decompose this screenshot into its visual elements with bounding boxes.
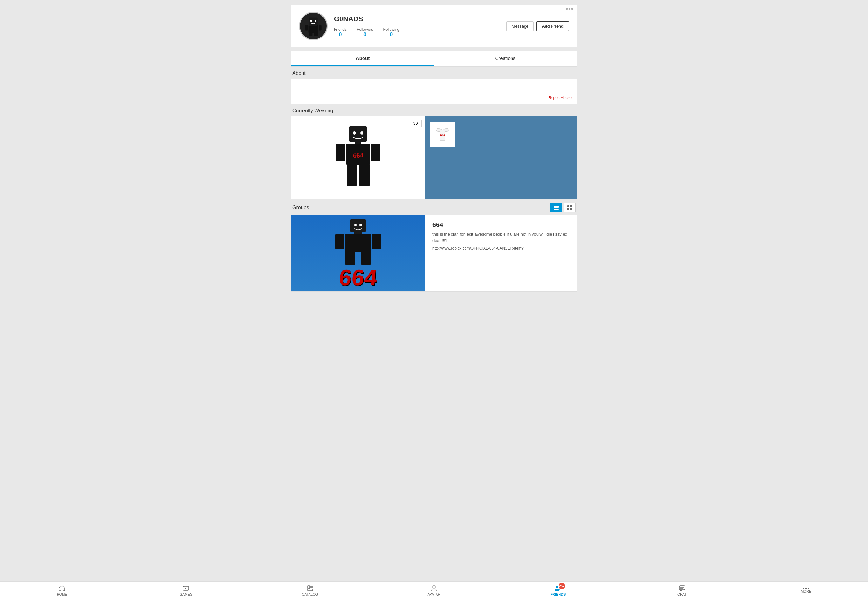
svg-rect-26 <box>350 219 366 232</box>
svg-point-9 <box>353 131 356 135</box>
message-button[interactable]: Message <box>506 21 534 31</box>
catalog-label: CATALOG <box>302 592 318 596</box>
svg-rect-30 <box>345 234 371 252</box>
item-tshirt[interactable]: 664 <box>430 122 455 147</box>
tabs-container: About Creations <box>291 51 577 67</box>
svg-point-43 <box>556 585 558 588</box>
followers-stat[interactable]: Followers 0 <box>357 27 373 38</box>
nav-friends[interactable]: 257 FRIENDS <box>496 581 620 599</box>
tab-creations[interactable]: Creations <box>434 51 577 66</box>
profile-tabs: About Creations <box>291 51 577 66</box>
nav-home[interactable]: HOME <box>0 581 124 599</box>
group-image[interactable]: 664 <box>291 215 425 291</box>
nav-more[interactable]: MORE <box>744 581 868 599</box>
currently-wearing-section: Currently Wearing 3D 664 <box>291 108 577 199</box>
svg-rect-14 <box>336 144 345 161</box>
following-value: 0 <box>383 32 399 38</box>
avatar-label: AVATAR <box>428 592 441 596</box>
svg-rect-22 <box>568 205 569 207</box>
svg-rect-19 <box>554 206 559 207</box>
svg-rect-0 <box>308 25 319 33</box>
following-stat[interactable]: Following 0 <box>383 27 399 38</box>
more-label: MORE <box>801 590 811 593</box>
group-link[interactable]: http://www.roblox.com/OFFICIAL-664-CANCE… <box>432 246 569 250</box>
nav-avatar[interactable]: AVATAR <box>372 581 496 599</box>
svg-rect-5 <box>309 18 317 26</box>
svg-rect-15 <box>371 144 380 161</box>
about-title: About <box>291 71 577 76</box>
friends-label: Friends <box>334 27 347 32</box>
tab-about[interactable]: About <box>291 51 434 66</box>
games-icon <box>183 585 189 592</box>
svg-text:664: 664 <box>440 133 445 137</box>
followers-label: Followers <box>357 27 373 32</box>
svg-rect-8 <box>349 126 367 142</box>
svg-rect-29 <box>354 232 362 234</box>
svg-rect-33 <box>345 252 355 265</box>
svg-point-7 <box>314 20 316 22</box>
groups-title: Groups <box>292 205 550 211</box>
group-description: this is the clan for legit awesome peopl… <box>432 231 569 244</box>
username: G0NADS <box>334 15 500 23</box>
view-toggle <box>550 203 576 212</box>
svg-point-42 <box>433 585 435 588</box>
add-friend-button[interactable]: Add Friend <box>536 21 569 31</box>
svg-point-39 <box>187 588 187 589</box>
svg-rect-20 <box>554 207 559 208</box>
svg-rect-23 <box>570 205 572 207</box>
about-box: Report Abuse <box>291 79 577 104</box>
nav-games[interactable]: GAMES <box>124 581 248 599</box>
svg-rect-17 <box>359 164 370 186</box>
home-icon <box>59 585 65 592</box>
grid-view-button[interactable] <box>564 203 576 212</box>
svg-rect-34 <box>361 252 371 265</box>
items-panel: 664 <box>425 116 577 199</box>
friends-label: FRIENDS <box>550 592 566 596</box>
profile-info: G0NADS Friends 0 Followers 0 Following 0 <box>334 15 500 38</box>
profile-avatar <box>299 12 328 40</box>
svg-rect-24 <box>568 208 569 210</box>
svg-point-10 <box>360 131 364 135</box>
svg-point-28 <box>359 224 362 226</box>
more-options-icon[interactable] <box>566 8 573 9</box>
toggle-3d-button[interactable]: 3D <box>410 120 422 127</box>
group-name[interactable]: 664 <box>432 221 569 229</box>
more-icon <box>803 588 809 589</box>
nav-catalog[interactable]: CATALOG <box>248 581 372 599</box>
list-view-button[interactable] <box>550 203 562 212</box>
catalog-icon <box>306 585 314 592</box>
currently-wearing-title: Currently Wearing <box>291 108 577 114</box>
home-label: HOME <box>57 592 67 596</box>
svg-rect-45 <box>679 585 685 590</box>
games-label: GAMES <box>180 592 193 596</box>
svg-rect-4 <box>314 32 318 36</box>
svg-rect-31 <box>335 234 344 249</box>
svg-point-27 <box>354 224 357 226</box>
group-card: 664 664 this is the clan for legit aweso… <box>291 215 577 292</box>
friends-badge: 257 <box>559 583 565 589</box>
profile-actions: Message Add Friend <box>506 21 569 31</box>
avatar-3d-view: 3D 664 <box>291 116 425 199</box>
profile-header: G0NADS Friends 0 Followers 0 Following 0… <box>291 5 577 47</box>
svg-rect-41 <box>308 589 312 591</box>
avatar-icon <box>430 585 438 592</box>
friends-stat[interactable]: Friends 0 <box>334 27 347 38</box>
friends-value: 0 <box>334 32 347 38</box>
svg-rect-40 <box>308 585 310 588</box>
svg-rect-21 <box>554 209 559 209</box>
svg-rect-1 <box>305 25 308 30</box>
groups-section: Groups <box>291 203 577 292</box>
svg-text:664: 664 <box>353 151 364 160</box>
following-label: Following <box>383 27 399 32</box>
nav-chat[interactable]: CHAT <box>620 581 744 599</box>
followers-value: 0 <box>357 32 373 38</box>
svg-rect-32 <box>372 234 381 249</box>
bottom-nav: HOME GAMES CATALOG <box>0 581 868 599</box>
wearing-container: 3D 664 <box>291 116 577 199</box>
svg-rect-16 <box>347 164 357 186</box>
about-section: About Report Abuse <box>291 71 577 104</box>
svg-rect-2 <box>319 25 322 30</box>
report-abuse-link[interactable]: Report Abuse <box>548 96 572 100</box>
svg-point-6 <box>310 20 312 22</box>
chat-icon <box>679 585 685 592</box>
